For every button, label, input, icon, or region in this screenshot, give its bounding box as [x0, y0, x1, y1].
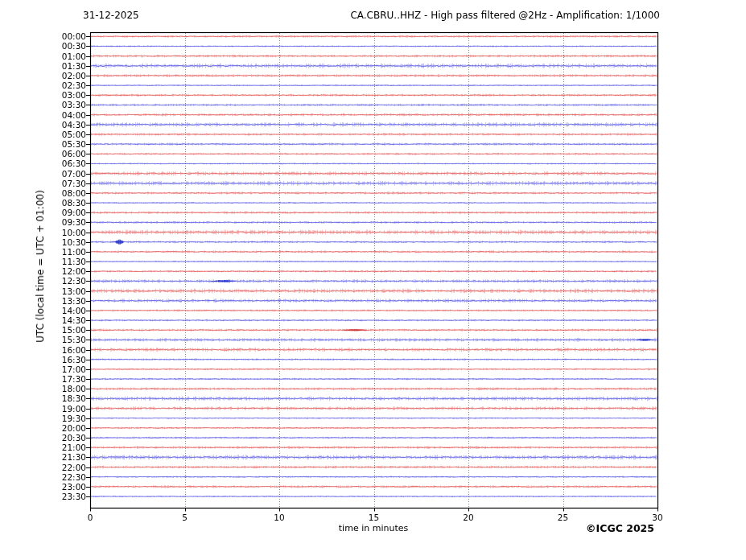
y-tick-label: 23:00	[38, 482, 86, 492]
y-tick-label: 13:30	[38, 296, 86, 306]
y-tick-label: 16:00	[38, 345, 86, 355]
y-tick-label: 16:30	[38, 355, 86, 364]
seismogram-traces-canvas	[0, 0, 746, 560]
y-tick-label: 10:00	[38, 228, 86, 237]
y-tick-label: 20:00	[38, 423, 86, 433]
x-tick-label: 20	[452, 513, 484, 522]
y-tick-label: 13:00	[38, 286, 86, 296]
y-tick-label: 08:30	[38, 198, 86, 208]
y-tick-label: 19:30	[38, 414, 86, 423]
x-tick-label: 0	[74, 513, 106, 522]
y-tick-label: 23:30	[38, 492, 86, 501]
y-tick-label: 00:00	[38, 31, 86, 41]
y-tick-label: 03:00	[38, 90, 86, 100]
y-tick-label: 20:30	[38, 433, 86, 443]
y-tick-label: 00:30	[38, 41, 86, 51]
y-tick-label: 15:30	[38, 335, 86, 344]
y-tick-label: 22:30	[38, 472, 86, 482]
y-tick-label: 10:30	[38, 237, 86, 247]
y-tick-label: 03:30	[38, 100, 86, 109]
y-tick-label: 01:30	[38, 61, 86, 71]
x-tick-label: 15	[358, 513, 390, 522]
copyright-label: ©ICGC 2025	[586, 522, 654, 534]
y-tick-label: 19:00	[38, 404, 86, 414]
y-tick-label: 06:00	[38, 149, 86, 159]
y-tick-label: 21:30	[38, 452, 86, 462]
y-tick-label: 06:30	[38, 159, 86, 168]
y-tick-label: 02:30	[38, 80, 86, 90]
y-tick-label: 05:30	[38, 139, 86, 149]
y-tick-label: 11:00	[38, 247, 86, 257]
plot-title: CA.CBRU..HHZ - High pass filtered @2Hz -…	[350, 10, 660, 21]
y-tick-label: 07:00	[38, 169, 86, 179]
x-axis-label: time in minutes	[339, 523, 408, 533]
y-tick-label: 11:30	[38, 257, 86, 266]
y-tick-label: 17:30	[38, 374, 86, 384]
y-tick-label: 12:30	[38, 276, 86, 286]
y-tick-label: 18:00	[38, 384, 86, 393]
y-tick-label: 22:00	[38, 463, 86, 472]
x-tick-label: 25	[547, 513, 579, 522]
y-tick-label: 21:00	[38, 443, 86, 452]
y-tick-label: 17:00	[38, 364, 86, 374]
date-label: 31-12-2025	[83, 10, 139, 21]
y-tick-label: 04:30	[38, 120, 86, 130]
y-tick-label: 14:30	[38, 315, 86, 325]
y-tick-label: 01:00	[38, 51, 86, 61]
x-tick-label: 5	[169, 513, 201, 522]
x-tick-label: 30	[641, 513, 674, 522]
y-tick-label: 12:00	[38, 266, 86, 276]
y-tick-label: 18:30	[38, 393, 86, 403]
x-tick-label: 10	[263, 513, 295, 522]
y-tick-label: 04:00	[38, 110, 86, 120]
y-tick-label: 14:00	[38, 306, 86, 315]
y-tick-label: 15:00	[38, 325, 86, 335]
y-tick-label: 07:30	[38, 179, 86, 188]
y-tick-label: 05:00	[38, 130, 86, 139]
y-tick-label: 09:30	[38, 217, 86, 227]
y-tick-label: 02:00	[38, 71, 86, 80]
y-tick-label: 09:00	[38, 208, 86, 217]
helicorder-figure: 31-12-2025 CA.CBRU..HHZ - High pass filt…	[0, 0, 746, 560]
y-tick-label: 08:00	[38, 188, 86, 198]
